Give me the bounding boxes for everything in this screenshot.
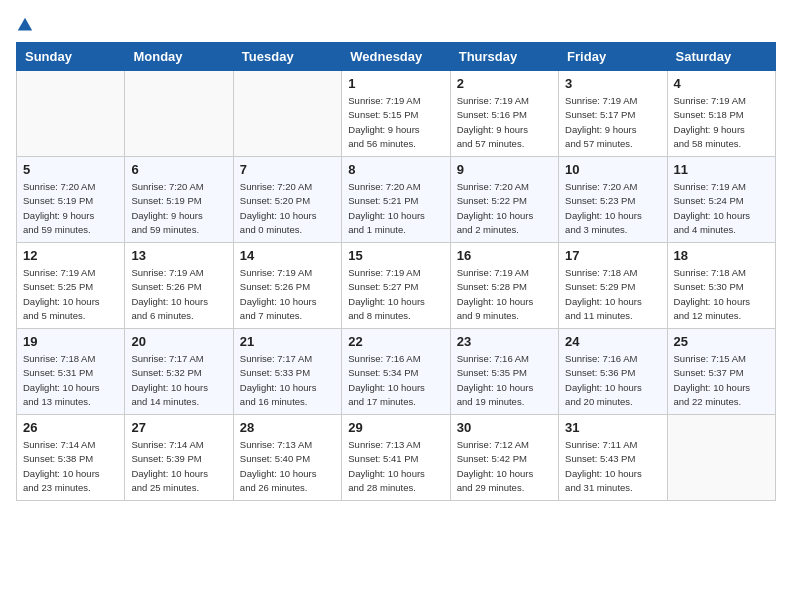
- day-info: Sunrise: 7:20 AM Sunset: 5:21 PM Dayligh…: [348, 180, 443, 237]
- day-number: 1: [348, 76, 443, 91]
- day-info: Sunrise: 7:11 AM Sunset: 5:43 PM Dayligh…: [565, 438, 660, 495]
- day-number: 21: [240, 334, 335, 349]
- calendar-cell: 14Sunrise: 7:19 AM Sunset: 5:26 PM Dayli…: [233, 243, 341, 329]
- day-info: Sunrise: 7:18 AM Sunset: 5:31 PM Dayligh…: [23, 352, 118, 409]
- calendar-cell: 28Sunrise: 7:13 AM Sunset: 5:40 PM Dayli…: [233, 415, 341, 501]
- calendar-cell: 17Sunrise: 7:18 AM Sunset: 5:29 PM Dayli…: [559, 243, 667, 329]
- day-info: Sunrise: 7:20 AM Sunset: 5:23 PM Dayligh…: [565, 180, 660, 237]
- calendar-cell: 12Sunrise: 7:19 AM Sunset: 5:25 PM Dayli…: [17, 243, 125, 329]
- calendar-cell: 16Sunrise: 7:19 AM Sunset: 5:28 PM Dayli…: [450, 243, 558, 329]
- page-header: [16, 16, 776, 34]
- day-info: Sunrise: 7:18 AM Sunset: 5:29 PM Dayligh…: [565, 266, 660, 323]
- day-number: 2: [457, 76, 552, 91]
- calendar-cell: 10Sunrise: 7:20 AM Sunset: 5:23 PM Dayli…: [559, 157, 667, 243]
- day-number: 17: [565, 248, 660, 263]
- calendar-cell: 11Sunrise: 7:19 AM Sunset: 5:24 PM Dayli…: [667, 157, 775, 243]
- day-info: Sunrise: 7:19 AM Sunset: 5:28 PM Dayligh…: [457, 266, 552, 323]
- logo: [16, 16, 38, 34]
- day-info: Sunrise: 7:14 AM Sunset: 5:39 PM Dayligh…: [131, 438, 226, 495]
- day-number: 16: [457, 248, 552, 263]
- calendar-cell: 1Sunrise: 7:19 AM Sunset: 5:15 PM Daylig…: [342, 71, 450, 157]
- day-number: 28: [240, 420, 335, 435]
- calendar-cell: 29Sunrise: 7:13 AM Sunset: 5:41 PM Dayli…: [342, 415, 450, 501]
- day-number: 8: [348, 162, 443, 177]
- calendar-cell: 22Sunrise: 7:16 AM Sunset: 5:34 PM Dayli…: [342, 329, 450, 415]
- day-info: Sunrise: 7:20 AM Sunset: 5:20 PM Dayligh…: [240, 180, 335, 237]
- weekday-header-monday: Monday: [125, 43, 233, 71]
- calendar-cell: 8Sunrise: 7:20 AM Sunset: 5:21 PM Daylig…: [342, 157, 450, 243]
- day-info: Sunrise: 7:16 AM Sunset: 5:35 PM Dayligh…: [457, 352, 552, 409]
- day-number: 9: [457, 162, 552, 177]
- calendar-cell: 2Sunrise: 7:19 AM Sunset: 5:16 PM Daylig…: [450, 71, 558, 157]
- calendar-cell: 13Sunrise: 7:19 AM Sunset: 5:26 PM Dayli…: [125, 243, 233, 329]
- day-info: Sunrise: 7:20 AM Sunset: 5:22 PM Dayligh…: [457, 180, 552, 237]
- calendar-cell: [17, 71, 125, 157]
- day-info: Sunrise: 7:19 AM Sunset: 5:16 PM Dayligh…: [457, 94, 552, 151]
- day-number: 31: [565, 420, 660, 435]
- day-number: 30: [457, 420, 552, 435]
- day-info: Sunrise: 7:19 AM Sunset: 5:17 PM Dayligh…: [565, 94, 660, 151]
- day-info: Sunrise: 7:12 AM Sunset: 5:42 PM Dayligh…: [457, 438, 552, 495]
- day-info: Sunrise: 7:18 AM Sunset: 5:30 PM Dayligh…: [674, 266, 769, 323]
- day-info: Sunrise: 7:17 AM Sunset: 5:32 PM Dayligh…: [131, 352, 226, 409]
- day-number: 3: [565, 76, 660, 91]
- day-number: 7: [240, 162, 335, 177]
- day-number: 23: [457, 334, 552, 349]
- day-number: 4: [674, 76, 769, 91]
- calendar-cell: 5Sunrise: 7:20 AM Sunset: 5:19 PM Daylig…: [17, 157, 125, 243]
- calendar-cell: 30Sunrise: 7:12 AM Sunset: 5:42 PM Dayli…: [450, 415, 558, 501]
- day-number: 11: [674, 162, 769, 177]
- day-info: Sunrise: 7:19 AM Sunset: 5:25 PM Dayligh…: [23, 266, 118, 323]
- day-number: 10: [565, 162, 660, 177]
- day-number: 26: [23, 420, 118, 435]
- calendar-cell: 20Sunrise: 7:17 AM Sunset: 5:32 PM Dayli…: [125, 329, 233, 415]
- calendar-cell: 9Sunrise: 7:20 AM Sunset: 5:22 PM Daylig…: [450, 157, 558, 243]
- day-number: 12: [23, 248, 118, 263]
- day-number: 15: [348, 248, 443, 263]
- day-number: 22: [348, 334, 443, 349]
- day-info: Sunrise: 7:19 AM Sunset: 5:18 PM Dayligh…: [674, 94, 769, 151]
- weekday-header-sunday: Sunday: [17, 43, 125, 71]
- day-number: 6: [131, 162, 226, 177]
- weekday-header-wednesday: Wednesday: [342, 43, 450, 71]
- calendar-cell: 25Sunrise: 7:15 AM Sunset: 5:37 PM Dayli…: [667, 329, 775, 415]
- day-number: 25: [674, 334, 769, 349]
- weekday-header-tuesday: Tuesday: [233, 43, 341, 71]
- day-number: 27: [131, 420, 226, 435]
- calendar-cell: [233, 71, 341, 157]
- day-info: Sunrise: 7:19 AM Sunset: 5:15 PM Dayligh…: [348, 94, 443, 151]
- weekday-header-saturday: Saturday: [667, 43, 775, 71]
- day-info: Sunrise: 7:15 AM Sunset: 5:37 PM Dayligh…: [674, 352, 769, 409]
- weekday-header-thursday: Thursday: [450, 43, 558, 71]
- calendar-cell: 23Sunrise: 7:16 AM Sunset: 5:35 PM Dayli…: [450, 329, 558, 415]
- calendar-cell: 26Sunrise: 7:14 AM Sunset: 5:38 PM Dayli…: [17, 415, 125, 501]
- calendar-cell: 21Sunrise: 7:17 AM Sunset: 5:33 PM Dayli…: [233, 329, 341, 415]
- day-info: Sunrise: 7:19 AM Sunset: 5:26 PM Dayligh…: [240, 266, 335, 323]
- day-info: Sunrise: 7:13 AM Sunset: 5:40 PM Dayligh…: [240, 438, 335, 495]
- day-info: Sunrise: 7:19 AM Sunset: 5:27 PM Dayligh…: [348, 266, 443, 323]
- calendar-cell: 19Sunrise: 7:18 AM Sunset: 5:31 PM Dayli…: [17, 329, 125, 415]
- calendar-cell: 27Sunrise: 7:14 AM Sunset: 5:39 PM Dayli…: [125, 415, 233, 501]
- day-number: 19: [23, 334, 118, 349]
- day-info: Sunrise: 7:20 AM Sunset: 5:19 PM Dayligh…: [23, 180, 118, 237]
- day-info: Sunrise: 7:16 AM Sunset: 5:36 PM Dayligh…: [565, 352, 660, 409]
- calendar-cell: 6Sunrise: 7:20 AM Sunset: 5:19 PM Daylig…: [125, 157, 233, 243]
- day-info: Sunrise: 7:14 AM Sunset: 5:38 PM Dayligh…: [23, 438, 118, 495]
- calendar-cell: 3Sunrise: 7:19 AM Sunset: 5:17 PM Daylig…: [559, 71, 667, 157]
- calendar-cell: [125, 71, 233, 157]
- calendar-cell: [667, 415, 775, 501]
- day-number: 24: [565, 334, 660, 349]
- svg-marker-0: [18, 18, 32, 31]
- day-number: 18: [674, 248, 769, 263]
- calendar-cell: 31Sunrise: 7:11 AM Sunset: 5:43 PM Dayli…: [559, 415, 667, 501]
- day-number: 14: [240, 248, 335, 263]
- weekday-header-friday: Friday: [559, 43, 667, 71]
- day-number: 29: [348, 420, 443, 435]
- calendar-cell: 24Sunrise: 7:16 AM Sunset: 5:36 PM Dayli…: [559, 329, 667, 415]
- calendar-table: SundayMondayTuesdayWednesdayThursdayFrid…: [16, 42, 776, 501]
- day-number: 20: [131, 334, 226, 349]
- day-info: Sunrise: 7:13 AM Sunset: 5:41 PM Dayligh…: [348, 438, 443, 495]
- calendar-cell: 15Sunrise: 7:19 AM Sunset: 5:27 PM Dayli…: [342, 243, 450, 329]
- day-info: Sunrise: 7:19 AM Sunset: 5:24 PM Dayligh…: [674, 180, 769, 237]
- day-info: Sunrise: 7:19 AM Sunset: 5:26 PM Dayligh…: [131, 266, 226, 323]
